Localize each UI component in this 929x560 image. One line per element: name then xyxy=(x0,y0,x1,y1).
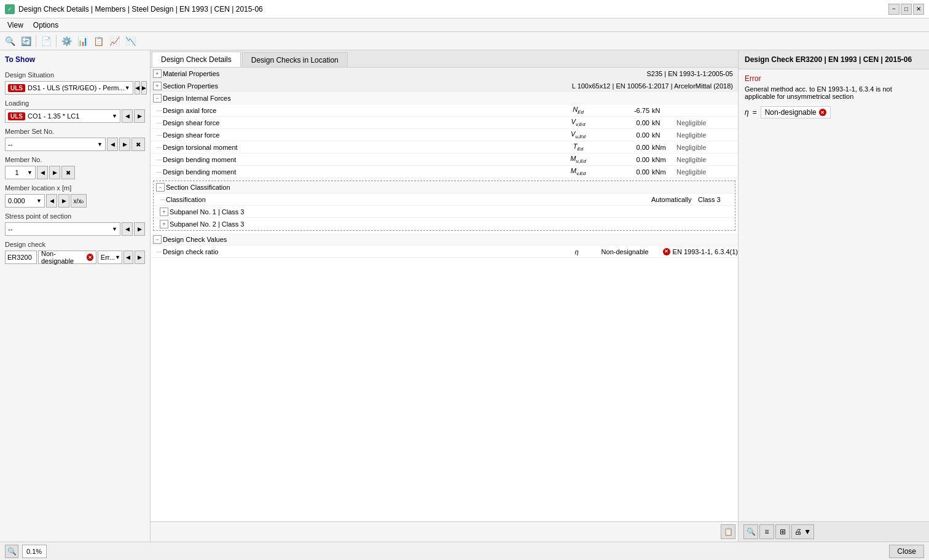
check-ratio-error-icon: ✕ xyxy=(663,248,670,255)
minimize-button[interactable]: − xyxy=(888,4,900,15)
right-panel-toolbar: 🔍 ≡ ⊞ 🖨 ▼ xyxy=(739,521,929,542)
shear-vu-row: — Design shear force Vu,Ed 0.00 kN Negli… xyxy=(151,129,738,141)
shear-vv-value: 0.00 xyxy=(603,119,652,126)
app-icon: ✓ xyxy=(5,4,15,14)
sp-next-btn[interactable]: ▶ xyxy=(134,222,145,236)
tab-design-check-details[interactable]: Design Check Details xyxy=(152,52,241,67)
torsion-symbol: TEd xyxy=(554,142,603,152)
mn-next-btn[interactable]: ▶ xyxy=(49,166,60,179)
ms-prev-btn[interactable]: ◀ xyxy=(107,138,118,151)
check-ratio-ref: EN 1993-1-1, 6.3.4(1) xyxy=(673,248,738,255)
toolbar-btn-8[interactable]: 📉 xyxy=(123,34,138,49)
loc-next-btn[interactable]: ▶ xyxy=(58,194,69,208)
window-title: Design Check Details | Members | Steel D… xyxy=(18,5,263,14)
material-properties-label: Material Properties xyxy=(163,70,449,77)
member-set-select[interactable]: -- ▼ xyxy=(5,138,106,151)
load-prev-btn[interactable]: ◀ xyxy=(122,109,133,123)
center-copy-btn[interactable]: 📋 xyxy=(721,524,735,539)
section-expand-icon[interactable]: + xyxy=(153,82,162,90)
error-status-label: Error xyxy=(745,74,923,83)
bottom-bar: 🔍 0.1% Close xyxy=(0,542,929,560)
member-location-label: Member location x [m] xyxy=(5,184,145,192)
maximize-button[interactable]: □ xyxy=(901,4,912,15)
member-location-field[interactable]: 0.000 ▼ xyxy=(5,194,45,208)
subpanel2-row[interactable]: + Subpanel No. 2 | Class 3 xyxy=(154,218,735,230)
menu-options[interactable]: Options xyxy=(28,20,63,31)
toolbar-btn-3[interactable]: 📄 xyxy=(39,34,53,49)
ms-next-btn[interactable]: ▶ xyxy=(119,138,130,151)
member-no-field[interactable]: 1 ▼ xyxy=(5,166,36,179)
rt-btn-3[interactable]: ⊞ xyxy=(775,524,790,539)
ds-next-btn[interactable]: ▶ xyxy=(141,81,147,95)
classification-row: — Classification Automatically Class 3 xyxy=(154,193,735,206)
toolbar-btn-5[interactable]: 📊 xyxy=(75,34,90,49)
section-properties-row[interactable]: + Section Properties L 100x65x12 | EN 10… xyxy=(151,80,738,92)
uls-badge-ds: ULS xyxy=(8,84,25,92)
mn-prev-btn[interactable]: ◀ xyxy=(37,166,48,179)
sp-prev-btn[interactable]: ◀ xyxy=(122,222,133,236)
ds-prev-btn[interactable]: ◀ xyxy=(135,81,140,95)
right-panel: Design Check ER3200 | EN 1993 | CEN | 20… xyxy=(739,50,929,542)
dc-number[interactable]: ER3200 xyxy=(5,251,37,264)
subpanel1-row[interactable]: + Subpanel No. 1 | Class 3 xyxy=(154,206,735,218)
dc-err[interactable]: Err... ▼ xyxy=(98,251,122,264)
toolbar-btn-7[interactable]: 📈 xyxy=(107,34,122,49)
member-set-value: -- xyxy=(8,141,97,148)
material-value: S235 | EN 1993-1-1:2005-05 xyxy=(449,70,738,77)
bottom-search-btn[interactable]: 🔍 xyxy=(5,545,18,558)
rt-btn-print[interactable]: 🖨 ▼ xyxy=(791,524,814,539)
stress-point-group: Stress point of section -- ▼ ◀ ▶ xyxy=(5,212,145,236)
loc-prev-btn[interactable]: ◀ xyxy=(46,194,57,208)
toolbar-btn-4[interactable]: ⚙️ xyxy=(59,34,74,49)
toolbar-btn-1[interactable]: 🔍 xyxy=(2,34,17,49)
bending-mv-value: 0.00 xyxy=(603,168,652,176)
right-panel-content: Error General method acc. to EN 1993-1-1… xyxy=(739,69,929,521)
bending-mv-row: — Design bending moment Mv,Ed 0.00 kNm N… xyxy=(151,166,738,178)
design-situation-group: Design Situation ULS DS1 - ULS (STR/GEO)… xyxy=(5,71,145,95)
loading-select[interactable]: ULS CO1 - 1.35 * LC1 ▼ xyxy=(5,109,120,123)
design-check-label: Design check xyxy=(5,241,145,248)
close-button[interactable]: Close xyxy=(889,545,924,558)
dc-prev-btn[interactable]: ◀ xyxy=(123,251,134,264)
class-expand-icon[interactable]: − xyxy=(156,183,165,192)
mn-dropdown-icon: ▼ xyxy=(27,169,33,176)
stress-point-select[interactable]: -- ▼ xyxy=(5,222,120,236)
rt-btn-2[interactable]: ≡ xyxy=(759,524,774,539)
toolbar-btn-2[interactable]: 🔄 xyxy=(18,34,33,49)
eta-value-box: Non-designable ✕ xyxy=(761,106,831,119)
axial-force-unit: kN xyxy=(652,107,676,114)
center-panel: Design Check Details Design Checks in Lo… xyxy=(151,50,739,542)
ms-cross-btn[interactable]: ✖ xyxy=(131,138,145,151)
eta-label: η xyxy=(745,108,749,117)
title-bar: ✓ Design Check Details | Members | Steel… xyxy=(0,0,929,18)
mn-cross-btn[interactable]: ✖ xyxy=(61,166,75,179)
loc-dropdown-icon: ▼ xyxy=(36,198,42,204)
bending-mu-symbol: Mu,Ed xyxy=(554,155,603,164)
toolbar-btn-6[interactable]: 📋 xyxy=(91,34,106,49)
loading-label: Loading xyxy=(5,99,145,107)
menu-view[interactable]: View xyxy=(2,20,28,31)
if-expand-icon[interactable]: − xyxy=(153,94,162,103)
dc-next-btn[interactable]: ▶ xyxy=(135,251,145,264)
close-window-button[interactable]: ✕ xyxy=(913,4,924,15)
eta-error-icon: ✕ xyxy=(819,109,826,116)
right-panel-header: Design Check ER3200 | EN 1993 | CEN | 20… xyxy=(739,50,929,69)
load-next-btn[interactable]: ▶ xyxy=(134,109,145,123)
material-properties-row[interactable]: + Material Properties S235 | EN 1993-1-1… xyxy=(151,68,738,80)
bending-mu-unit: kNm xyxy=(652,156,676,163)
subpanel2-expand-icon[interactable]: + xyxy=(160,220,168,228)
tab-design-checks-location[interactable]: Design Checks in Location xyxy=(242,52,348,67)
classification-header-row[interactable]: − Section Classification xyxy=(154,181,735,193)
internal-forces-row[interactable]: − Design Internal Forces xyxy=(151,92,738,104)
member-set-group: Member Set No. -- ▼ ◀ ▶ ✖ xyxy=(5,128,145,151)
material-expand-icon[interactable]: + xyxy=(153,69,162,78)
check-values-header-row[interactable]: − Design Check Values xyxy=(151,233,738,246)
left-panel: To Show Design Situation ULS DS1 - ULS (… xyxy=(0,50,151,542)
bending-mu-value: 0.00 xyxy=(603,156,652,163)
to-show-label: To Show xyxy=(5,55,145,64)
rt-btn-1[interactable]: 🔍 xyxy=(743,524,758,539)
design-situation-select[interactable]: ULS DS1 - ULS (STR/GEO) - Perm... ▼ xyxy=(5,81,133,95)
subpanel1-expand-icon[interactable]: + xyxy=(160,208,168,216)
cv-expand-icon[interactable]: − xyxy=(153,235,162,244)
loc-cross-btn[interactable]: x/x₀ xyxy=(71,194,87,208)
